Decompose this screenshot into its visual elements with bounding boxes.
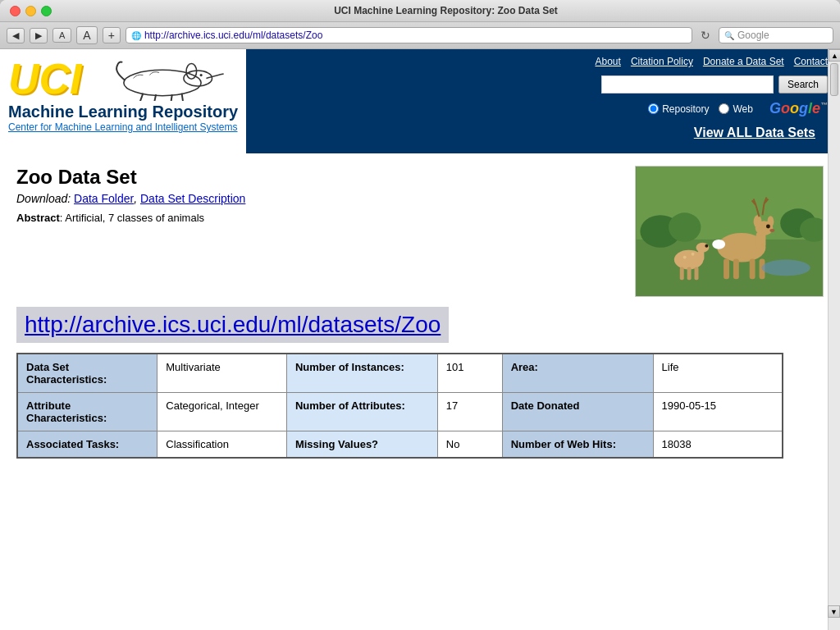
font-large-button[interactable]: A xyxy=(76,26,97,44)
nav-citation[interactable]: Citation Policy xyxy=(631,56,693,67)
nav-contact[interactable]: Contact xyxy=(794,56,828,67)
download-folder-link[interactable]: Data Folder xyxy=(74,192,134,205)
zoo-image xyxy=(635,166,824,297)
nav-about[interactable]: About xyxy=(596,56,621,67)
abstract-text: Artificial, 7 classes of animals xyxy=(65,212,204,224)
table-label-cell: Attribute Characteristics: xyxy=(17,393,158,431)
header-right: About Citation Policy Donate a Data Set … xyxy=(246,49,840,153)
svg-rect-22 xyxy=(733,259,739,280)
search-placeholder: Google xyxy=(737,30,769,41)
table-value-cell: Multivariate xyxy=(158,354,287,393)
radio-web[interactable]: Web xyxy=(719,103,752,115)
header-search-row: Search xyxy=(601,75,828,94)
dataset-info: Zoo Data Set Download: Data Folder, Data… xyxy=(16,166,619,297)
nav-donate[interactable]: Donate a Data Set xyxy=(703,56,784,67)
table-info-val-cell: 18038 xyxy=(653,431,783,459)
radio-web-input[interactable] xyxy=(719,103,729,114)
header-nav-links: About Citation Policy Donate a Data Set … xyxy=(596,56,828,67)
view-all-row: View ALL Data Sets xyxy=(682,121,828,147)
scroll-down-button[interactable]: ▼ xyxy=(828,605,840,618)
radio-repository[interactable]: Repository xyxy=(648,103,709,115)
view-all-link[interactable]: View ALL Data Sets xyxy=(694,126,815,140)
repo-title: Machine Learning Repository xyxy=(8,103,238,121)
header-search-button[interactable]: Search xyxy=(778,75,828,94)
back-button[interactable]: ◀ xyxy=(7,28,25,43)
traffic-lights xyxy=(10,6,52,16)
table-value-cell: Categorical, Integer xyxy=(158,393,287,431)
logo-section: UCI xyxy=(0,49,246,153)
svg-point-7 xyxy=(199,74,202,76)
google-logo: Google™ xyxy=(769,100,828,117)
table-info-cell: Area: xyxy=(502,354,653,393)
svg-point-19 xyxy=(766,225,770,229)
svg-rect-23 xyxy=(750,259,756,280)
title-bar: UCI Machine Learning Repository: Zoo Dat… xyxy=(0,0,840,22)
download-label: Download: xyxy=(16,192,71,205)
table-label-cell: Data Set Characteristics: xyxy=(17,354,158,393)
svg-point-25 xyxy=(712,240,725,249)
zoo-animals-svg xyxy=(636,167,823,296)
repo-subtitle[interactable]: Center for Machine Learning and Intellig… xyxy=(8,121,238,133)
svg-point-20 xyxy=(769,229,774,232)
svg-point-34 xyxy=(692,253,695,256)
table-header-cell: Number of Instances: xyxy=(286,354,437,393)
svg-point-35 xyxy=(762,260,810,276)
site-header: UCI xyxy=(0,49,840,153)
table-row: Associated Tasks: Classification Missing… xyxy=(17,431,783,459)
scrollbar-thumb[interactable] xyxy=(830,63,838,96)
window-title: UCI Machine Learning Repository: Zoo Dat… xyxy=(62,5,830,16)
svg-point-28 xyxy=(696,243,710,253)
dataset-url-link[interactable]: http://archive.ics.uci.edu/ml/datasets/Z… xyxy=(25,312,441,337)
main-content: Zoo Data Set Download: Data Folder, Data… xyxy=(0,153,840,471)
forward-button[interactable]: ▶ xyxy=(30,28,48,43)
uci-logo: UCI xyxy=(8,57,82,100)
svg-point-33 xyxy=(683,256,687,259)
radio-web-label: Web xyxy=(733,103,752,115)
radio-row: Repository Web Google™ xyxy=(648,100,828,117)
scroll-up-button[interactable]: ▲ xyxy=(829,49,840,62)
svg-rect-30 xyxy=(680,267,684,280)
address-text: http://archive.ics.uci.edu/ml/datasets/Z… xyxy=(144,30,687,41)
table-row: Data Set Characteristics: Multivariate N… xyxy=(17,354,783,393)
table-info-val-cell: 1990-05-15 xyxy=(653,393,783,431)
svg-rect-21 xyxy=(724,259,729,280)
table-row: Attribute Characteristics: Categorical, … xyxy=(17,393,783,431)
address-bar[interactable]: 🌐 http://archive.ics.uci.edu/ml/datasets… xyxy=(126,27,692,43)
browser-search-bar[interactable]: 🔍 Google xyxy=(719,27,833,43)
table-num-cell: 101 xyxy=(437,354,502,393)
refresh-button[interactable]: ↻ xyxy=(697,29,714,42)
table-info-val-cell: Life xyxy=(653,354,783,393)
svg-point-17 xyxy=(754,215,762,228)
header-top: UCI xyxy=(0,49,840,153)
svg-point-0 xyxy=(123,70,200,95)
table-num-cell: 17 xyxy=(437,393,502,431)
svg-point-29 xyxy=(705,244,708,248)
anteater-logo xyxy=(89,56,236,101)
header-search-input[interactable] xyxy=(601,75,774,94)
dataset-title: Zoo Data Set xyxy=(16,166,619,189)
characteristics-table: Data Set Characteristics: Multivariate N… xyxy=(16,353,783,459)
browser-window: UCI Machine Learning Repository: Zoo Dat… xyxy=(0,0,840,630)
abstract-label: Abstract xyxy=(16,212,60,224)
minimize-button[interactable] xyxy=(25,6,36,16)
font-small-button[interactable]: A xyxy=(52,28,71,43)
maximize-button[interactable] xyxy=(41,6,52,16)
add-tab-button[interactable]: + xyxy=(103,27,121,43)
radio-repository-input[interactable] xyxy=(648,103,659,114)
url-overlay: http://archive.ics.uci.edu/ml/datasets/Z… xyxy=(16,307,449,343)
close-button[interactable] xyxy=(10,6,21,16)
dataset-header-area: Zoo Data Set Download: Data Folder, Data… xyxy=(16,166,824,297)
table-header-cell: Missing Values? xyxy=(286,431,437,459)
table-info-cell: Date Donated xyxy=(502,393,653,431)
search-icon: 🔍 xyxy=(724,31,734,40)
radio-repository-label: Repository xyxy=(662,103,709,115)
download-line: Download: Data Folder, Data Set Descript… xyxy=(16,192,619,205)
repo-title-area: Machine Learning Repository Center for M… xyxy=(8,101,238,138)
page-content: UCI xyxy=(0,49,840,630)
download-desc-link[interactable]: Data Set Description xyxy=(140,192,245,205)
table-value-cell: Classification xyxy=(158,431,287,459)
table-num-cell: No xyxy=(437,431,502,459)
ssl-icon: 🌐 xyxy=(131,31,141,40)
abstract-line: Abstract: Artificial, 7 classes of anima… xyxy=(16,212,619,224)
table-info-cell: Number of Web Hits: xyxy=(502,431,653,459)
